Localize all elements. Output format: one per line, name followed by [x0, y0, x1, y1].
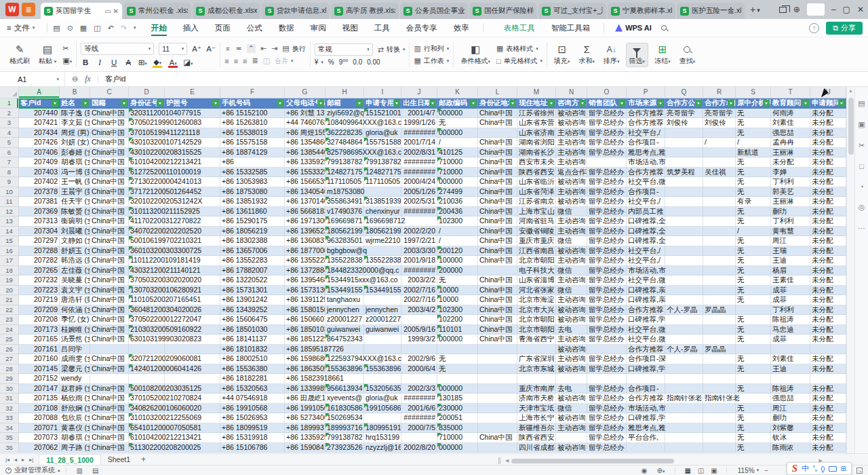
cell-T30[interactable]: 陈祖涛 — [771, 384, 810, 394]
cell-P6[interactable]: 雅思考点,雅 — [627, 148, 665, 158]
cell-B32[interactable]: 舒欣娴 (女 — [60, 404, 90, 414]
header-cell-T1[interactable]: 教育顾问 — [771, 98, 810, 109]
cell-I13[interactable]: 1696698712 — [364, 216, 401, 227]
cell-I21[interactable] — [364, 295, 401, 305]
cell-I29[interactable] — [364, 374, 401, 384]
cell-N34[interactable]: 主动咨询 — [556, 423, 587, 434]
chevron-down-icon[interactable]: ▾ — [757, 468, 760, 473]
cell-P15[interactable]: 口碑推荐,全 — [627, 236, 665, 246]
cell-U30[interactable]: 未分配 — [810, 384, 846, 394]
cell-U21[interactable]: 未分配 — [810, 295, 846, 305]
header-cell-F1[interactable]: 手机号码 — [220, 98, 285, 109]
ime-punctuation-icon[interactable]: ’, — [813, 465, 817, 472]
cell-S32[interactable]: 无 — [736, 404, 771, 414]
cell-L23[interactable]: China中国 — [478, 315, 517, 325]
cell-C21[interactable]: China中国 — [90, 295, 129, 305]
cell-B31[interactable]: 杨欣雨 (女 — [60, 394, 90, 404]
cell-M7[interactable]: 西安市未央 — [517, 157, 556, 168]
header-cell-I1[interactable]: 申请专用 — [364, 98, 401, 109]
cell-C26[interactable] — [90, 345, 129, 355]
cell-N33[interactable]: 被动咨询 — [556, 413, 587, 423]
cell-R2[interactable]: 亮哥留学 — [703, 109, 736, 119]
row-number-29[interactable]: 29 — [0, 374, 19, 384]
cell-F34[interactable]: +86 18099519 — [220, 423, 285, 434]
cell-R35[interactable] — [703, 433, 736, 443]
cell-D20[interactable]: 130703200106280921 — [129, 286, 165, 296]
decrease-decimal-button[interactable]: 0.00 — [367, 58, 380, 66]
cell-T18[interactable]: 杨眉 — [771, 266, 810, 276]
cell-M26[interactable] — [517, 345, 556, 355]
cell-D11[interactable]: 32010220020531242X — [129, 197, 165, 207]
cell-C5[interactable]: China中国 — [90, 138, 129, 148]
cell-A16[interactable]: 207288 — [19, 246, 60, 256]
cell-N24[interactable]: 去电 — [556, 325, 587, 335]
row-number-12[interactable]: 12 — [0, 207, 19, 217]
cell-F2[interactable]: +86 15152100 — [220, 109, 285, 119]
cell-N17[interactable]: 主动咨询 — [556, 256, 587, 266]
row-number-13[interactable]: 13 — [0, 216, 19, 227]
underline-button[interactable]: U — [109, 58, 119, 66]
cell-M29[interactable] — [517, 374, 556, 384]
share-button[interactable]: ⧉ 分享 — [826, 22, 863, 35]
cell-M4[interactable]: 山东省济南 — [517, 128, 556, 138]
cell-R20[interactable] — [703, 286, 736, 296]
cell-I2[interactable]: 151521001 — [364, 109, 401, 119]
cell-I16[interactable] — [364, 246, 401, 256]
cell-B5[interactable]: 刘妍 (女) — [60, 138, 90, 148]
cell-S20[interactable]: 无 — [736, 286, 771, 296]
find-button[interactable]: 查找▾ — [677, 43, 698, 66]
cell-K28[interactable]: 无 — [437, 364, 478, 375]
cell-P12[interactable]: 内部员工推 — [627, 207, 665, 217]
cell-N9[interactable]: 被动咨询 — [556, 177, 587, 187]
cell-R9[interactable] — [703, 177, 736, 187]
cell-D14[interactable]: 340702200202202520 — [129, 227, 165, 237]
cell-D8[interactable]: 612725200110100019 — [129, 168, 165, 178]
cell-F12[interactable]: +86 13611860 — [220, 207, 285, 217]
cell-N14[interactable]: 主动咨询 — [556, 227, 587, 237]
cell-A6[interactable]: 207406 — [19, 148, 60, 158]
cell-N8[interactable]: 返点合作项 — [556, 168, 587, 178]
cell-J22[interactable]: 2003/4/2 — [401, 305, 437, 316]
header-cell-N1[interactable]: 咨询方式 — [556, 98, 587, 109]
cell-I23[interactable]: z20001227 — [364, 315, 401, 325]
doc-tab[interactable]: S 国任财产保险样本.x — [469, 3, 537, 19]
cell-O26[interactable] — [587, 345, 627, 355]
cell-J24[interactable]: 2005/9/16 — [401, 325, 437, 335]
cell-I20[interactable]: 153449155 — [364, 286, 401, 296]
cell-O14[interactable]: 留学总经办 — [587, 227, 627, 237]
cell-A13[interactable]: 207313 — [19, 216, 60, 227]
cell-U14[interactable]: 未分配 — [810, 227, 846, 237]
cell-J4[interactable]: ######## — [401, 128, 437, 138]
cell-Q15[interactable] — [665, 236, 703, 246]
cell-S10[interactable]: 无 — [736, 187, 771, 197]
cell-P8[interactable]: 合作方推荐 — [627, 168, 665, 178]
cell-O20[interactable]: 留学总经办 — [587, 286, 627, 296]
docs-home-icon[interactable]: ≣ — [22, 3, 35, 16]
row-number-9[interactable]: 9 — [0, 177, 19, 187]
cell-I7[interactable]: 799138782 — [364, 157, 401, 168]
cell-F3[interactable]: +86 15263810 — [220, 118, 285, 128]
cell-S22[interactable] — [736, 305, 771, 316]
cell-D33[interactable]: 310103200212255069 — [129, 413, 165, 423]
cell-M6[interactable]: 湖南省长沙 — [517, 148, 556, 158]
cell-B21[interactable]: 唐浩轩 (男 — [60, 295, 90, 305]
cell-F8[interactable]: +86 15332585 — [220, 168, 285, 178]
cell-O33[interactable]: 留学总经办 — [587, 413, 627, 423]
cell-F15[interactable]: +86 18302388 — [220, 236, 285, 246]
cell-K32[interactable]: 230000 — [437, 404, 478, 414]
cell-K13[interactable]: 102300 — [437, 216, 478, 227]
cell-T35[interactable]: 钦冰 — [771, 433, 810, 443]
cell-F6[interactable]: +86 18874129 — [220, 148, 285, 158]
cell-P30[interactable]: 合作项目- — [627, 384, 665, 394]
cell-L2[interactable]: China中国 — [478, 109, 517, 119]
cell-F14[interactable]: +86 18056219 — [220, 227, 285, 237]
cell-T25[interactable]: 成菲 — [771, 335, 810, 345]
cell-A35[interactable]: 207073 — [19, 433, 60, 443]
cell-D18[interactable]: 430321200211140121 — [129, 266, 165, 276]
cell-M32[interactable]: 天津市宝坻 — [517, 404, 556, 414]
wps-logo[interactable]: W — [5, 3, 19, 16]
column-header-T[interactable]: T — [771, 87, 810, 98]
row-number-28[interactable]: 28 — [0, 364, 19, 375]
header-cell-U1[interactable]: 申请顾问 — [810, 98, 846, 109]
cell-O21[interactable]: 留学总经办 — [587, 295, 627, 305]
